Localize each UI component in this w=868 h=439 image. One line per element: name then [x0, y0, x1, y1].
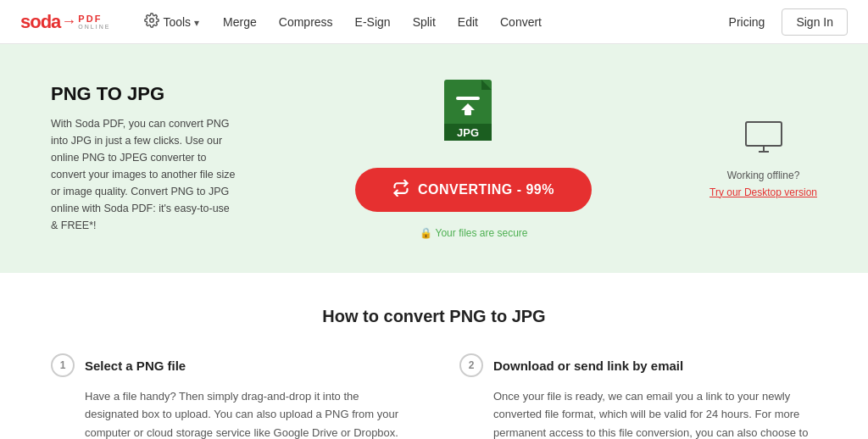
step-2-description: Once your file is ready, we can email yo…: [459, 387, 817, 439]
logo-soda-text: soda: [20, 11, 60, 33]
svg-rect-3: [456, 97, 480, 100]
step-2-header: 2 Download or send link by email: [459, 353, 817, 377]
hero-section: PNG TO JPG With Soda PDF, you can conver…: [0, 44, 868, 273]
svg-rect-5: [465, 110, 471, 115]
convert-arrows-icon: [392, 180, 409, 200]
nav-link-split[interactable]: Split: [403, 10, 446, 34]
navbar: soda → PDF ONLINE Tools Merge Compress E…: [0, 0, 868, 44]
howto-step-2: 2 Download or send link by email Once yo…: [459, 353, 817, 439]
hero-description: With Soda PDF, you can convert PNG into …: [51, 115, 237, 234]
nav-link-compress[interactable]: Compress: [269, 10, 343, 34]
try-desktop-link[interactable]: Try our Desktop version: [709, 186, 817, 198]
working-offline-label: Working offline?: [727, 169, 800, 181]
tools-label: Tools: [163, 15, 191, 29]
step-1-title: Select a PNG file: [85, 358, 186, 373]
hero-text-block: PNG TO JPG With Soda PDF, you can conver…: [51, 83, 237, 234]
svg-point-0: [150, 19, 154, 23]
step-1-description: Have a file handy? Then simply drag-and-…: [51, 387, 409, 439]
chevron-down-icon: [194, 15, 199, 29]
nav-right: Pricing Sign In: [719, 8, 848, 36]
step-2-number: 2: [459, 353, 483, 377]
secure-label: 🔒 Your files are secure: [420, 227, 528, 239]
step-1-header: 1 Select a PNG file: [51, 353, 409, 377]
logo-online-text: ONLINE: [78, 24, 110, 30]
logo: soda → PDF ONLINE: [20, 11, 110, 33]
logo-subtitle: PDF ONLINE: [78, 14, 110, 30]
hero-right: Working offline? Try our Desktop version: [709, 119, 817, 198]
svg-text:JPG: JPG: [457, 126, 479, 139]
logo-pdf-text: PDF: [78, 14, 110, 24]
secure-text: Your files are secure: [436, 227, 528, 239]
nav-links: Merge Compress E-Sign Split Edit Convert: [213, 10, 719, 34]
nav-link-edit[interactable]: Edit: [448, 10, 488, 34]
signin-button[interactable]: Sign In: [782, 8, 848, 36]
converting-button[interactable]: CONVERTING - 99%: [355, 168, 592, 212]
hero-title: PNG TO JPG: [51, 83, 237, 105]
hero-center: JPG CONVERTING - 99% 🔒 Your files are se…: [355, 78, 592, 239]
logo-arrow-icon: →: [61, 13, 76, 31]
pricing-link[interactable]: Pricing: [719, 10, 776, 34]
nav-link-convert[interactable]: Convert: [490, 10, 552, 34]
lock-icon: 🔒: [420, 227, 432, 239]
howto-steps: 1 Select a PNG file Have a file handy? T…: [51, 353, 817, 439]
howto-title: How to convert PNG to JPG: [51, 307, 817, 326]
monitor-icon: [743, 119, 784, 164]
nav-link-esign[interactable]: E-Sign: [345, 10, 401, 34]
gear-icon: [144, 13, 159, 31]
step-2-title: Download or send link by email: [493, 358, 683, 373]
svg-rect-9: [746, 122, 782, 146]
tools-dropdown-button[interactable]: Tools: [137, 8, 206, 36]
converting-btn-label: CONVERTING - 99%: [418, 182, 554, 197]
nav-link-merge[interactable]: Merge: [213, 10, 267, 34]
howto-step-1: 1 Select a PNG file Have a file handy? T…: [51, 353, 409, 439]
step-1-number: 1: [51, 353, 75, 377]
file-jpg-icon: JPG: [442, 78, 505, 153]
howto-section: How to convert PNG to JPG 1 Select a PNG…: [0, 273, 868, 439]
